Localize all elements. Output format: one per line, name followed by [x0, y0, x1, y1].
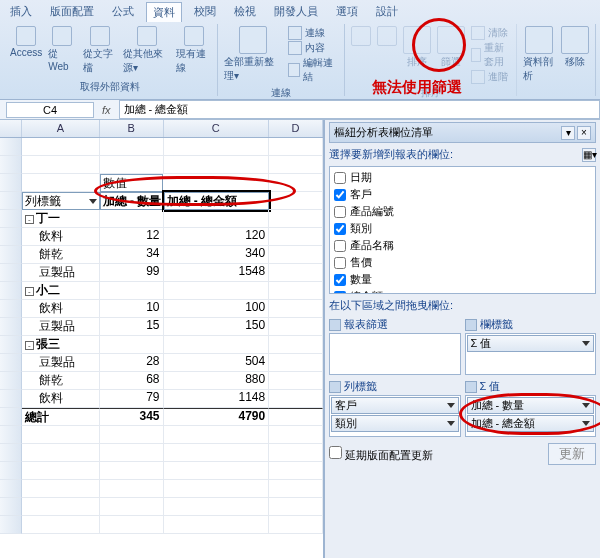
pivot-row-key: 豆製品	[22, 264, 100, 282]
worksheet-grid[interactable]: A B C D 數值 列標籤 加總 - 數量 加總 - 總金額 -丁一 飲料 1…	[0, 120, 324, 558]
col-header[interactable]: C	[164, 120, 270, 137]
field-checkbox[interactable]	[334, 206, 346, 218]
values-area[interactable]: 加總 - 數量加總 - 總金額	[465, 395, 597, 437]
area-chip[interactable]: Σ 值	[467, 335, 595, 352]
collapse-icon[interactable]: -	[25, 341, 34, 350]
pivot-amt: 504	[164, 354, 270, 372]
chevron-down-icon[interactable]	[447, 421, 455, 426]
pivot-qty	[100, 336, 164, 354]
field-checkbox[interactable]	[334, 223, 346, 235]
field-checkbox[interactable]	[334, 172, 346, 184]
col-header[interactable]: A	[22, 120, 100, 137]
tab[interactable]: 設計	[370, 2, 404, 22]
field-item[interactable]: 類別	[334, 220, 591, 237]
edit-links-button[interactable]: 編輯連結	[288, 56, 339, 84]
field-checkbox[interactable]	[334, 189, 346, 201]
field-checkbox[interactable]	[334, 291, 346, 295]
field-checkbox[interactable]	[334, 257, 346, 269]
defer-update-checkbox[interactable]: 延期版面配置更新	[329, 446, 433, 463]
text-to-columns-button[interactable]: 資料剖析	[523, 26, 555, 83]
pivot-values-header: 數值	[100, 174, 164, 192]
pivot-amt: 880	[164, 372, 270, 390]
chevron-down-icon[interactable]	[447, 403, 455, 408]
filter-button: 篩選	[437, 26, 465, 69]
area-chip[interactable]: 類別	[331, 415, 459, 432]
pivot-amt: 1548	[164, 264, 270, 282]
col-header[interactable]: B	[100, 120, 164, 137]
field-item[interactable]: 日期	[334, 169, 591, 186]
field-item[interactable]: 產品名稱	[334, 237, 591, 254]
tab[interactable]: 版面配置	[44, 2, 100, 22]
grand-total-amt: 4790	[164, 408, 270, 426]
existing-conn-button[interactable]: 現有連線	[176, 26, 210, 75]
close-icon[interactable]: ×	[577, 126, 591, 140]
field-checkbox[interactable]	[334, 240, 346, 252]
name-box[interactable]: C4	[6, 102, 94, 118]
pane-title: 樞紐分析表欄位清單	[334, 125, 433, 140]
chevron-down-icon[interactable]	[582, 341, 590, 346]
update-button[interactable]: 更新	[548, 443, 596, 465]
drag-label: 在以下區域之間拖曳欄位:	[329, 298, 596, 313]
pivot-amt: 1148	[164, 390, 270, 408]
properties-button[interactable]: 內容	[288, 41, 339, 55]
tab[interactable]: 選項	[330, 2, 364, 22]
pivot-field-list-pane: 樞紐分析表欄位清單 ▾ × 選擇要新增到報表的欄位: ▦▾ 日期客戶產品編號類別…	[324, 120, 600, 558]
from-access-button[interactable]: Access	[10, 26, 42, 58]
tab[interactable]: 公式	[106, 2, 140, 22]
from-text-button[interactable]: 從文字檔	[83, 26, 117, 75]
area-chip[interactable]: 客戶	[331, 397, 459, 414]
formula-bar[interactable]: 加總 - 總金額	[119, 100, 600, 119]
chevron-down-icon[interactable]	[582, 421, 590, 426]
sort-az-button	[351, 26, 371, 46]
pivot-qty: 28	[100, 354, 164, 372]
fx-icon[interactable]: fx	[94, 104, 119, 116]
layout-options-button[interactable]: ▦▾	[582, 148, 596, 162]
collapse-icon[interactable]: -	[25, 287, 34, 296]
pivot-amt: 150	[164, 318, 270, 336]
pivot-qty: 99	[100, 264, 164, 282]
chevron-down-icon[interactable]	[89, 199, 97, 204]
pivot-amt	[164, 282, 270, 300]
pivot-row-label[interactable]: 列標籤	[22, 192, 100, 210]
tab[interactable]: 校閱	[188, 2, 222, 22]
tab[interactable]: 資料	[146, 2, 182, 22]
rows-area[interactable]: 客戶類別	[329, 395, 461, 437]
annotation-text: 無法使用篩選	[372, 78, 462, 97]
from-other-button[interactable]: 從其他來源▾	[123, 26, 170, 75]
from-web-button[interactable]: 從 Web	[48, 26, 77, 72]
values-icon	[465, 381, 477, 393]
pivot-row-key: -小二	[22, 282, 100, 300]
field-item[interactable]: 售價	[334, 254, 591, 271]
funnel-icon	[437, 26, 465, 54]
collapse-icon[interactable]: -	[25, 215, 34, 224]
col-header[interactable]: D	[269, 120, 323, 137]
pivot-row-key: 餅乾	[22, 372, 100, 390]
filter-area[interactable]	[329, 333, 461, 375]
field-item[interactable]: 總金額	[334, 288, 591, 294]
refresh-all-button[interactable]: 全部重新整理▾	[224, 26, 282, 83]
tab[interactable]: 檢視	[228, 2, 262, 22]
columns-area[interactable]: Σ 值	[465, 333, 597, 375]
field-checkbox[interactable]	[334, 274, 346, 286]
sort-za-button	[377, 26, 397, 46]
remove-dup-button[interactable]: 移除	[561, 26, 589, 69]
pivot-row-key: -丁一	[22, 210, 100, 228]
field-list[interactable]: 日期客戶產品編號類別產品名稱售價數量總金額	[329, 166, 596, 294]
group-label: 連線	[224, 84, 339, 100]
field-item[interactable]: 客戶	[334, 186, 591, 203]
connections-button[interactable]: 連線	[288, 26, 339, 40]
pivot-amt: 120	[164, 228, 270, 246]
pivot-row-key: 餅乾	[22, 246, 100, 264]
pane-dropdown-icon[interactable]: ▾	[561, 126, 575, 140]
area-chip[interactable]: 加總 - 數量	[467, 397, 595, 414]
clear-filter-button: 清除	[471, 26, 509, 40]
tab[interactable]: 插入	[4, 2, 38, 22]
active-cell[interactable]: 加總 - 總金額	[164, 192, 270, 210]
chevron-down-icon[interactable]	[582, 403, 590, 408]
filter-icon	[329, 319, 341, 331]
field-item[interactable]: 產品編號	[334, 203, 591, 220]
field-item[interactable]: 數量	[334, 271, 591, 288]
tab[interactable]: 開發人員	[268, 2, 324, 22]
pivot-row-key: 豆製品	[22, 354, 100, 372]
area-chip[interactable]: 加總 - 總金額	[467, 415, 595, 432]
